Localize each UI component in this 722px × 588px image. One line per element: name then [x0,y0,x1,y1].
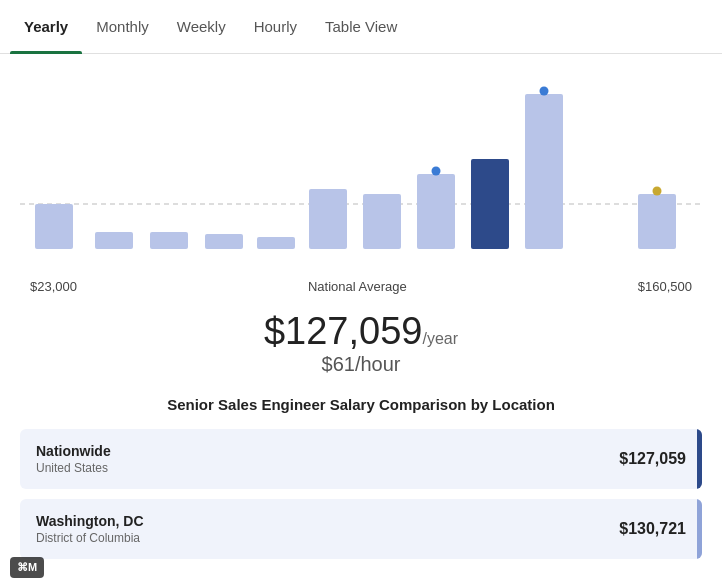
salary-yearly: $127,059/year [0,310,722,353]
location-accent-dc [697,499,702,559]
tab-hourly[interactable]: Hourly [240,0,311,53]
tab-monthly[interactable]: Monthly [82,0,163,53]
svg-point-12 [540,87,549,96]
tab-yearly[interactable]: Yearly [10,0,82,53]
location-salary-nationwide: $127,059 [619,450,686,468]
location-name-nationwide: Nationwide [36,443,111,459]
svg-rect-8 [417,174,455,249]
svg-rect-1 [35,204,73,249]
chart-area: $23,000 National Average $160,500 [0,54,722,294]
chart-max-label: $160,500 [638,279,692,294]
salary-hourly: $61/hour [0,353,722,376]
chart-labels: $23,000 National Average $160,500 [20,273,702,294]
chart-min-label: $23,000 [30,279,77,294]
svg-rect-7 [363,194,401,249]
location-info-nationwide: Nationwide United States [36,443,111,475]
location-accent-nationwide [697,429,702,489]
svg-rect-4 [205,234,243,249]
svg-rect-10 [471,159,509,249]
location-card-nationwide[interactable]: Nationwide United States $127,059 [20,429,702,489]
svg-rect-5 [257,237,295,249]
comparison-title: Senior Sales Engineer Salary Comparison … [20,396,702,413]
location-card-dc[interactable]: Washington, DC District of Columbia $130… [20,499,702,559]
tab-bar: Yearly Monthly Weekly Hourly Table View [0,0,722,54]
svg-point-14 [653,187,662,196]
location-salary-dc: $130,721 [619,520,686,538]
salary-main-amount: $127,059 [264,310,423,352]
tab-tableview[interactable]: Table View [311,0,411,53]
svg-rect-3 [150,232,188,249]
svg-rect-6 [309,189,347,249]
svg-rect-2 [95,232,133,249]
tab-weekly[interactable]: Weekly [163,0,240,53]
svg-rect-13 [638,194,676,249]
salary-display: $127,059/year $61/hour [0,294,722,396]
svg-point-9 [432,167,441,176]
salary-hourly-amount: $61 [322,353,355,375]
location-name-dc: Washington, DC [36,513,144,529]
keyboard-badge: ⌘M [10,557,44,578]
chart-national-label: National Average [77,279,638,294]
location-sub-dc: District of Columbia [36,531,144,545]
chart-svg-wrapper [20,74,702,273]
location-sub-nationwide: United States [36,461,111,475]
comparison-section: Senior Sales Engineer Salary Comparison … [0,396,722,588]
svg-rect-11 [525,94,563,249]
salary-chart [20,74,702,269]
salary-hourly-unit: /hour [355,353,401,375]
salary-yearly-unit: /year [422,330,458,347]
location-info-dc: Washington, DC District of Columbia [36,513,144,545]
